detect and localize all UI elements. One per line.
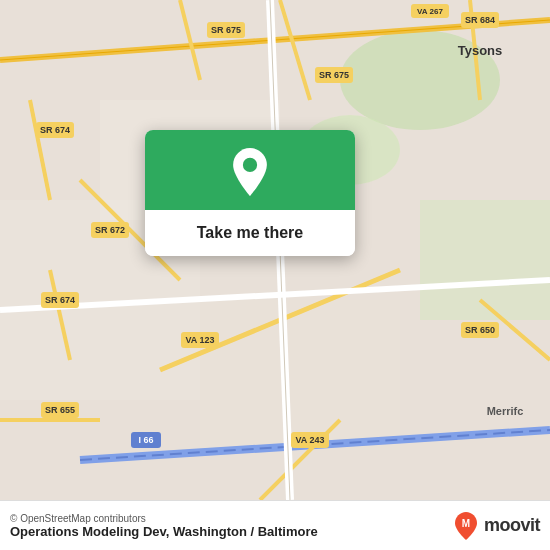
app-title: Operations Modeling Dev, Washington / Ba… [10,524,318,539]
map-container[interactable]: SR 675 SR 675 SR 684 VA 267 SR 674 SR 67… [0,0,550,500]
svg-text:SR 672: SR 672 [95,225,125,235]
popup-icon-area [145,130,355,210]
svg-text:SR 674: SR 674 [40,125,70,135]
svg-text:SR 655: SR 655 [45,405,75,415]
svg-text:SR 650: SR 650 [465,325,495,335]
location-pin-icon [226,148,274,196]
moovit-logo[interactable]: M moovit [452,512,540,540]
svg-text:VA 267: VA 267 [417,7,443,16]
svg-text:VA 123: VA 123 [185,335,214,345]
svg-rect-5 [200,300,400,450]
svg-text:I 66: I 66 [138,435,153,445]
svg-text:SR 675: SR 675 [319,70,349,80]
svg-point-50 [243,158,257,172]
svg-text:SR 684: SR 684 [465,15,495,25]
svg-text:M: M [462,518,470,529]
copyright-text: © OpenStreetMap contributors [10,513,318,524]
svg-text:Merrifc: Merrifc [487,405,524,417]
bottom-left: © OpenStreetMap contributors Operations … [10,513,318,539]
take-me-there-button[interactable]: Take me there [145,210,355,256]
svg-text:VA 243: VA 243 [295,435,324,445]
moovit-text: moovit [484,515,540,536]
svg-text:SR 675: SR 675 [211,25,241,35]
svg-text:Tysons: Tysons [458,43,503,58]
popup-card: Take me there [145,130,355,256]
moovit-icon: M [452,512,480,540]
svg-text:SR 674: SR 674 [45,295,75,305]
bottom-bar: © OpenStreetMap contributors Operations … [0,500,550,550]
